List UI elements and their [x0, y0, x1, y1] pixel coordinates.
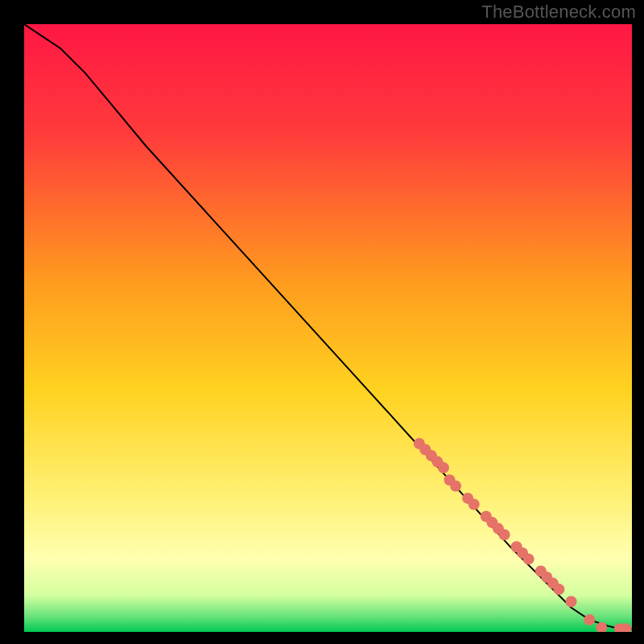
- plot-area: [24, 24, 632, 632]
- watermark-text: TheBottleneck.com: [481, 2, 636, 23]
- point-data-points: [553, 584, 564, 595]
- point-data-points: [450, 481, 461, 492]
- point-data-points: [499, 529, 510, 540]
- point-data-points: [584, 614, 595, 625]
- point-data-points: [438, 462, 449, 473]
- point-data-points: [469, 499, 480, 510]
- chart-frame: TheBottleneck.com: [0, 0, 644, 644]
- gradient-background: [24, 24, 632, 632]
- point-data-points: [566, 596, 577, 607]
- chart-svg: [24, 24, 632, 632]
- point-data-points: [523, 553, 535, 564]
